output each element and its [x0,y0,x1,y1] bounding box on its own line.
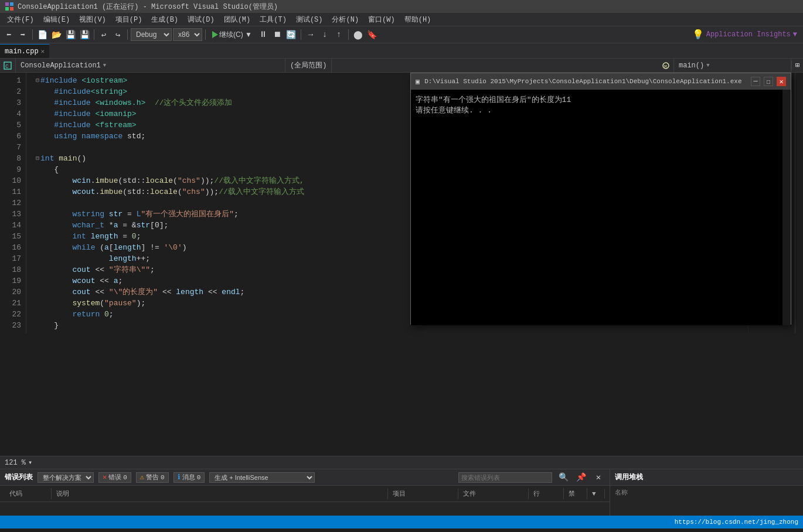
forward-btn[interactable]: ➡ [16,28,29,41]
tab-close-main-cpp[interactable]: ✕ [41,47,45,55]
error-list-close-btn[interactable]: ✕ [592,471,605,484]
svg-rect-3 [10,7,13,11]
toolbar-sep-2 [94,29,94,40]
menu-test[interactable]: 测试(S) [291,13,328,26]
menu-project[interactable]: 项目(P) [111,13,147,26]
svg-text:M: M [664,64,667,69]
toolbar-sep-6 [348,29,349,40]
url-label: https://blog.csdn.net/jing_zhong [675,519,798,526]
error-icon: ✕ [103,473,107,482]
app-insights-label: Application Insights [706,30,791,39]
tab-main-cpp[interactable]: main.cpp ✕ [0,44,50,58]
open-btn[interactable]: 📂 [50,28,63,41]
debug-mode-select[interactable]: Debug [131,28,172,41]
step-into-btn[interactable]: ↓ [318,28,331,41]
col-filter-icon[interactable]: ▼ [587,489,605,499]
ln-15: 15 [7,231,21,242]
save-all-btn[interactable]: 💾 [78,28,91,41]
step-over-btn[interactable]: → [304,28,317,41]
zoom-dropdown-icon[interactable]: ▾ [28,458,32,467]
menu-window[interactable]: 窗口(W) [363,13,400,26]
zoom-bar: 121 % ▾ [0,456,803,469]
error-list-title: 错误列表 [5,472,33,482]
nav-class-selector[interactable]: ConsoleApplication1 ▼ [16,59,285,73]
bottom-area: 错误列表 整个解决方案 ✕ 错误 0 ⚠ 警告 0 ℹ 消息 0 生成 + In… [0,469,803,516]
error-list-area: 错误列表 整个解决方案 ✕ 错误 0 ⚠ 警告 0 ℹ 消息 0 生成 + In… [0,469,610,516]
app-insights-button[interactable]: 💡 Application Insights ▼ [689,28,801,42]
nav-method-dropdown-icon: ▼ [706,63,709,69]
message-count: 0 [197,474,201,481]
console-minimize-btn[interactable]: — [751,77,760,86]
ln-3: 3 [7,97,21,108]
ln-21: 21 [7,298,21,309]
toolbar-sep-5 [301,29,301,40]
toolbar-sep-4 [205,29,206,40]
ln-12: 12 [7,197,21,209]
console-body: 字符串"有一个强大的祖国在身后"的长度为11 请按任意键继续. . . [411,90,791,325]
console-title-bar: ▣ D:\Visual Studio 2015\MyProjects\Conso… [411,73,791,90]
menu-bar: 文件(F) 编辑(E) 视图(V) 项目(P) 生成(B) 调试(D) 团队(M… [0,13,803,26]
menu-view[interactable]: 视图(V) [74,13,111,26]
architecture-select[interactable]: x86 [173,28,202,41]
error-search-icon[interactable]: 🔍 [557,471,570,484]
ln-17: 17 [7,253,21,264]
editor-scrollbar[interactable] [795,73,803,333]
svg-rect-1 [10,2,13,6]
breakpoint-btn[interactable]: ⬤ [352,28,365,41]
code-editor[interactable]: 1 2 3 4 5 6 7 8 9 10 11 12 13 14 15 16 1… [0,73,803,456]
ln-22: 22 [7,309,21,320]
pause-btn[interactable]: ⏸ [257,28,270,41]
url-bar: https://blog.csdn.net/jing_zhong [0,516,803,528]
error-list-pin-btn[interactable]: 📌 [574,471,587,484]
stop-btn[interactable]: ⏹ [271,28,284,41]
error-search-input[interactable] [458,472,552,483]
continue-button[interactable]: 继续(C) ▼ [209,29,256,41]
console-close-btn[interactable]: ✕ [777,77,786,86]
error-filter-btn[interactable]: ✕ 错误 0 [98,472,131,483]
nav-class-name: ConsoleApplication1 [21,62,101,70]
console-output-line-2: 请按任意键继续. . . [416,105,786,115]
svg-text:C: C [5,64,9,70]
col-file: 文件 [458,488,529,499]
ln-18: 18 [7,264,21,275]
save-btn[interactable]: 💾 [64,28,77,41]
console-scrollbar[interactable] [782,90,791,325]
menu-build[interactable]: 生成(B) [147,13,183,26]
console-output-line-1: 字符串"有一个强大的祖国在身后"的长度为11 [416,94,786,105]
tab-bar: main.cpp ✕ [0,43,803,59]
undo-btn[interactable]: ↩ [97,28,110,41]
vs-logo [5,2,14,11]
menu-tools[interactable]: 工具(T) [255,13,291,26]
console-title-text: D:\Visual Studio 2015\MyProjects\Console… [424,78,747,85]
nav-scope-item[interactable]: (全局范围) [285,59,332,73]
tab-label-main-cpp: main.cpp [5,47,39,56]
nav-expand-btn[interactable]: ⊞ [791,61,803,70]
menu-analyze[interactable]: 分析(N) [327,13,363,26]
menu-team[interactable]: 团队(M) [219,13,256,26]
ln-5: 5 [7,120,21,131]
menu-edit[interactable]: 编辑(E) [39,13,75,26]
restart-btn[interactable]: 🔄 [285,28,298,41]
bookmark-btn[interactable]: 🔖 [366,28,379,41]
menu-file[interactable]: 文件(F) [2,13,39,26]
redo-btn[interactable]: ↪ [111,28,124,41]
build-filter-select[interactable]: 生成 + IntelliSense [209,472,315,483]
console-maximize-btn[interactable]: ☐ [764,77,773,86]
error-list-columns: 代码 说明 项目 文件 行 禁 ▼ [0,486,610,502]
back-btn[interactable]: ⬅ [2,28,15,41]
menu-debug[interactable]: 调试(D) [183,13,219,26]
warning-filter-btn[interactable]: ⚠ 警告 0 [136,472,169,483]
ln-6: 6 [7,131,21,142]
error-list-header: 错误列表 整个解决方案 ✕ 错误 0 ⚠ 警告 0 ℹ 消息 0 生成 + In… [0,469,610,486]
console-icon: ▣ [416,77,420,86]
warning-count: 0 [161,474,165,481]
col-desc: 说明 [52,488,388,499]
message-filter-btn[interactable]: ℹ 消息 0 [173,472,205,483]
ln-16: 16 [7,242,21,253]
menu-help[interactable]: 帮助(H) [400,13,436,26]
nav-method-selector[interactable]: main() ▼ [674,59,791,73]
scope-select[interactable]: 整个解决方案 [38,472,94,483]
nav-class-dropdown-icon: ▼ [103,63,106,69]
step-out-btn[interactable]: ↑ [332,28,345,41]
new-project-btn[interactable]: 📄 [36,28,49,41]
